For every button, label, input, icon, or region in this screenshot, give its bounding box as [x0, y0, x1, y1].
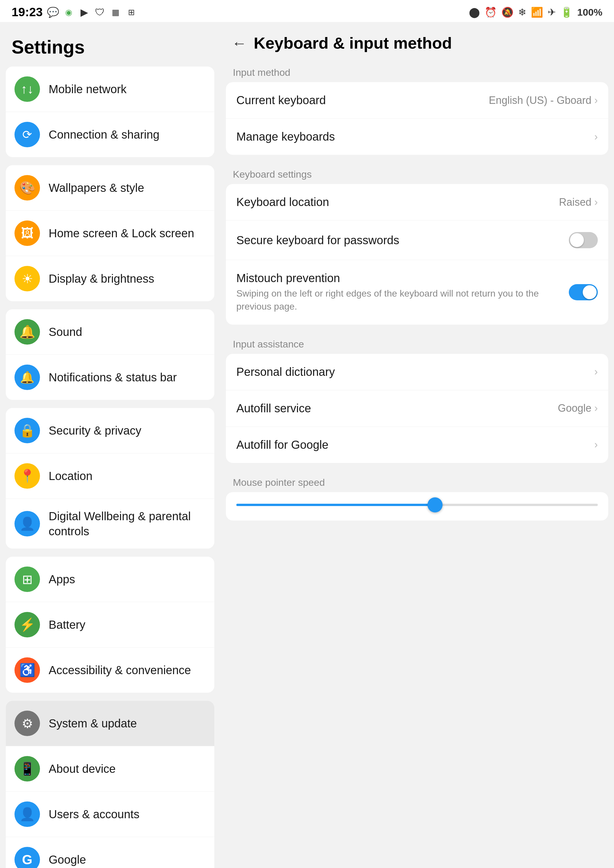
keyboard-location-value: Raised — [559, 196, 591, 208]
about-device-icon: 📱 — [14, 756, 40, 781]
mistouch-title: Mistouch prevention — [236, 272, 569, 285]
current-keyboard-item[interactable]: Current keyboard English (US) - Gboard › — [226, 82, 608, 119]
sidebar-item-system-update[interactable]: ⚙ System & update — [6, 701, 215, 746]
autofill-google-item[interactable]: Autofill for Google › — [226, 427, 608, 463]
secure-keyboard-toggle[interactable] — [569, 232, 598, 248]
mistouch-subtitle: Swiping on the left or right edges of th… — [236, 287, 569, 313]
sidebar-item-digital-wellbeing[interactable]: 👤 Digital Wellbeing & parental controls — [6, 499, 215, 549]
security-label: Security & privacy — [49, 423, 141, 438]
manage-keyboards-title: Manage keyboards — [236, 130, 594, 143]
location-label: Location — [49, 468, 92, 484]
sidebar-item-notifications[interactable]: 🔔 Notifications & status bar — [6, 355, 215, 400]
slider-track — [236, 504, 598, 506]
wallpapers-label: Wallpapers & style — [49, 180, 144, 195]
google-icon: G — [14, 847, 40, 868]
notifications-icon: 🔔 — [14, 364, 40, 390]
digital-wellbeing-icon: 👤 — [14, 511, 40, 536]
dnd-icon: ⬤ — [469, 6, 480, 18]
mistouch-toggle[interactable] — [569, 284, 598, 300]
section-mouse-pointer: Mouse pointer speed — [226, 471, 608, 521]
sidebar-item-wallpapers[interactable]: 🎨 Wallpapers & style — [6, 165, 215, 211]
autofill-service-item[interactable]: Autofill service Google › — [226, 390, 608, 427]
keyboard-location-title: Keyboard location — [236, 195, 559, 209]
mouse-pointer-label: Mouse pointer speed — [226, 471, 608, 492]
battery-icon: 🔋 — [560, 6, 573, 18]
mistouch-toggle-knob — [583, 285, 597, 299]
signal-icon: ◉ — [63, 6, 75, 18]
sidebar-item-users-accounts[interactable]: 👤 Users & accounts — [6, 792, 215, 837]
autofill-service-chevron: › — [594, 402, 598, 414]
back-button[interactable]: ← — [232, 34, 247, 52]
input-assistance-label: Input assistance — [226, 333, 608, 354]
connection-sharing-icon: ⟳ — [14, 122, 40, 147]
grid-icon: ⊞ — [125, 6, 137, 18]
keyboard-settings-label: Keyboard settings — [226, 163, 608, 184]
battery-level: 100% — [577, 7, 602, 18]
accessibility-label: Accessibility & convenience — [49, 663, 191, 677]
keyboard-location-item[interactable]: Keyboard location Raised › — [226, 184, 608, 220]
slider-thumb[interactable] — [427, 498, 443, 512]
main-content: Settings ↑↓ Mobile network ⟳ Connection … — [0, 22, 614, 868]
sidebar-item-home-lock[interactable]: 🖼 Home screen & Lock screen — [6, 211, 215, 256]
sidebar-item-battery[interactable]: ⚡ Battery — [6, 602, 215, 648]
status-icons-left: 💬 ◉ ▶ 🛡 ▦ ⊞ — [47, 6, 137, 18]
current-keyboard-chevron: › — [594, 94, 598, 107]
section-input-assistance: Input assistance Personal dictionary › A… — [226, 333, 608, 463]
personal-dictionary-item[interactable]: Personal dictionary › — [226, 354, 608, 390]
users-accounts-icon: 👤 — [14, 801, 40, 827]
personal-dictionary-chevron: › — [594, 366, 598, 378]
sidebar-item-sound[interactable]: 🔔 Sound — [6, 309, 215, 355]
system-update-icon: ⚙ — [14, 711, 40, 736]
mute-icon: 🔕 — [501, 6, 513, 18]
sidebar-item-location[interactable]: 📍 Location — [6, 453, 215, 499]
sidebar-item-apps[interactable]: ⊞ Apps — [6, 557, 215, 602]
settings-group-4: 🔒 Security & privacy 📍 Location 👤 Digita… — [6, 408, 215, 549]
battery-label: Battery — [49, 617, 85, 632]
input-assistance-group: Personal dictionary › Autofill service G… — [226, 354, 608, 463]
sidebar-item-display[interactable]: ☀ Display & brightness — [6, 256, 215, 301]
users-accounts-label: Users & accounts — [49, 807, 139, 822]
sidebar-item-accessibility[interactable]: ♿ Accessibility & convenience — [6, 648, 215, 693]
settings-group-5: ⊞ Apps ⚡ Battery ♿ Accessibility & conve… — [6, 557, 215, 693]
mouse-pointer-group — [226, 492, 608, 521]
settings-group-6: ⚙ System & update 📱 About device 👤 Users… — [6, 701, 215, 868]
secure-keyboard-item[interactable]: Secure keyboard for passwords — [226, 220, 608, 260]
manage-keyboards-item[interactable]: Manage keyboards › — [226, 119, 608, 155]
about-device-label: About device — [49, 761, 115, 776]
status-bar: 19:23 💬 ◉ ▶ 🛡 ▦ ⊞ ⬤ ⏰ 🔕 ❄ 📶 ✈ 🔋 100% — [0, 0, 614, 22]
settings-group-3: 🔔 Sound 🔔 Notifications & status bar — [6, 309, 215, 400]
display-icon: ☀ — [14, 266, 40, 291]
sim-icon: ▦ — [110, 6, 121, 18]
shield-icon: 🛡 — [94, 6, 106, 18]
secure-keyboard-toggle-knob — [570, 233, 584, 247]
youtube-icon: ▶ — [78, 6, 90, 18]
sidebar-item-google[interactable]: G Google — [6, 837, 215, 868]
airplane-icon: ✈ — [548, 6, 556, 18]
sidebar-item-about-device[interactable]: 📱 About device — [6, 746, 215, 792]
system-update-label: System & update — [49, 716, 137, 731]
sidebar-item-security[interactable]: 🔒 Security & privacy — [6, 408, 215, 453]
current-keyboard-title: Current keyboard — [236, 94, 489, 107]
security-icon: 🔒 — [14, 418, 40, 443]
settings-panel: Settings ↑↓ Mobile network ⟳ Connection … — [0, 22, 220, 868]
alarm-icon: ⏰ — [485, 6, 497, 18]
detail-header: ← Keyboard & input method — [226, 22, 608, 61]
apps-icon: ⊞ — [14, 567, 40, 592]
mouse-pointer-slider-container — [226, 492, 608, 521]
secure-keyboard-title: Secure keyboard for passwords — [236, 234, 569, 247]
sidebar-item-mobile-network[interactable]: ↑↓ Mobile network — [6, 67, 215, 112]
wifi-icon: 📶 — [531, 6, 543, 18]
detail-panel: ← Keyboard & input method Input method C… — [220, 22, 614, 868]
home-lock-label: Home screen & Lock screen — [49, 226, 194, 241]
sound-icon: 🔔 — [14, 319, 40, 345]
detail-title: Keyboard & input method — [254, 34, 452, 53]
autofill-service-title: Autofill service — [236, 402, 558, 415]
settings-title: Settings — [6, 31, 215, 67]
autofill-google-chevron: › — [594, 439, 598, 451]
notifications-label: Notifications & status bar — [49, 370, 177, 385]
home-lock-icon: 🖼 — [14, 220, 40, 246]
settings-group-1: ↑↓ Mobile network ⟳ Connection & sharing — [6, 67, 215, 157]
mistouch-prevention-item[interactable]: Mistouch prevention Swiping on the left … — [226, 260, 608, 325]
sidebar-item-connection-sharing[interactable]: ⟳ Connection & sharing — [6, 112, 215, 157]
connection-sharing-label: Connection & sharing — [49, 127, 159, 142]
